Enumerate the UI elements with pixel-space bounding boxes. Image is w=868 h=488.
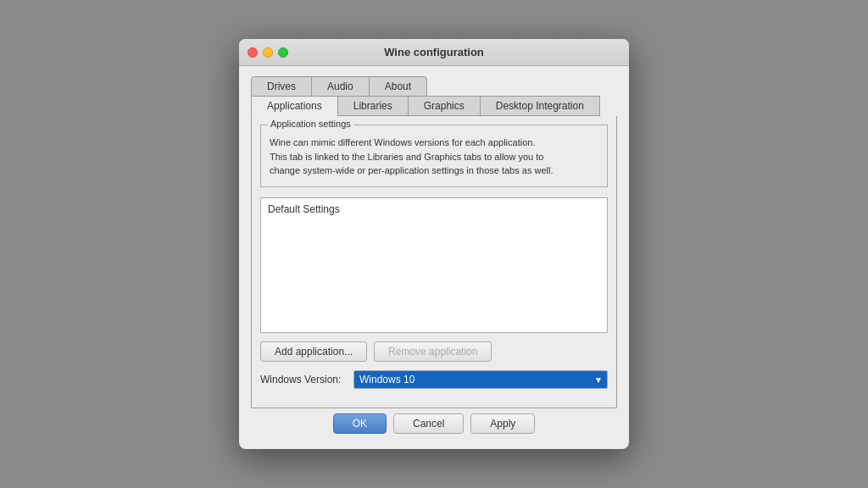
traffic-lights [248,47,288,58]
tab-row-top: Drives Audio About [251,76,617,97]
add-application-button[interactable]: Add application... [260,341,367,362]
tab-row-bottom: Applications Libraries Graphics Desktop … [251,96,617,116]
remove-application-button[interactable]: Remove application [374,341,492,362]
list-item[interactable]: Default Settings [264,202,604,217]
windows-version-select[interactable]: Windows XP Windows 7 Windows 8 Windows 1… [353,370,608,389]
main-content: Drives Audio About Applications Librarie… [239,66,629,449]
application-settings-group: Application settings Wine can mimic diff… [260,125,608,187]
windows-version-wrapper: Windows XP Windows 7 Windows 8 Windows 1… [353,370,608,389]
ok-button[interactable]: OK [333,413,387,434]
tab-about[interactable]: About [369,76,427,97]
tab-drives[interactable]: Drives [251,76,312,97]
tab-applications[interactable]: Applications [251,96,338,116]
window-title: Wine configuration [384,46,484,58]
tab-audio[interactable]: Audio [311,76,370,97]
version-label: Windows Version: [260,374,345,385]
group-description: Wine can mimic different Windows version… [270,136,598,178]
group-legend: Application settings [268,119,353,129]
close-button[interactable] [248,47,258,58]
version-row: Windows Version: Windows XP Windows 7 Wi… [260,370,608,389]
bottom-buttons-row: OK Cancel Apply [251,408,617,437]
maximize-button[interactable] [278,47,288,58]
app-buttons-row: Add application... Remove application [260,341,608,362]
tab-graphics[interactable]: Graphics [408,96,481,116]
tab-libraries[interactable]: Libraries [337,96,409,116]
application-list[interactable]: Default Settings [260,197,608,333]
cancel-button[interactable]: Cancel [393,413,464,434]
titlebar: Wine configuration [239,39,629,66]
tab-desktop-integration[interactable]: Desktop Integration [480,96,600,116]
apply-button[interactable]: Apply [470,413,535,434]
wine-config-window: Wine configuration Drives Audio About Ap… [239,39,629,449]
tabs-and-panel: Applications Libraries Graphics Desktop … [251,96,617,408]
minimize-button[interactable] [263,47,273,58]
tab-panel: Application settings Wine can mimic diff… [251,116,617,408]
